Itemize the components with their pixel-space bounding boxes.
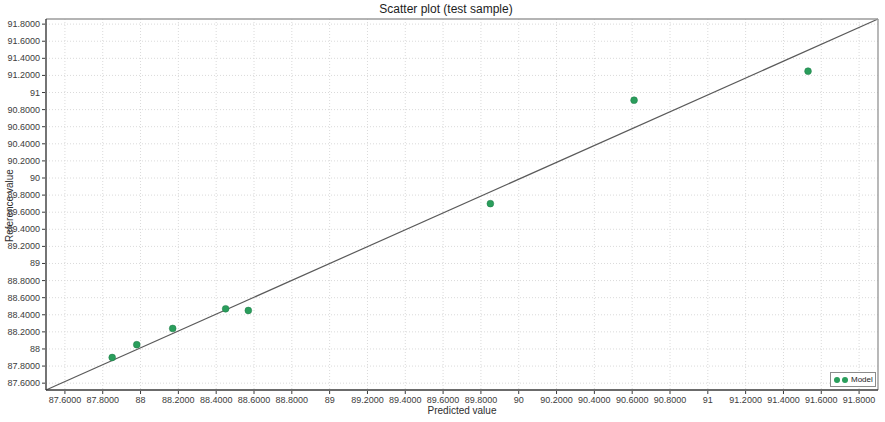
svg-text:87.6000: 87.6000: [7, 378, 40, 388]
svg-text:89.4000: 89.4000: [389, 395, 422, 405]
svg-text:91.8000: 91.8000: [7, 19, 40, 29]
svg-text:90.6000: 90.6000: [616, 395, 649, 405]
svg-text:91.8000: 91.8000: [843, 395, 876, 405]
svg-text:90: 90: [30, 173, 40, 183]
svg-text:91.2000: 91.2000: [729, 395, 762, 405]
svg-text:91.4000: 91.4000: [7, 53, 40, 63]
svg-text:90.6000: 90.6000: [7, 122, 40, 132]
svg-text:88.2000: 88.2000: [7, 327, 40, 337]
svg-text:87.8000: 87.8000: [86, 395, 119, 405]
legend-label: Model: [851, 375, 873, 384]
x-axis-label: Predicted value: [46, 405, 878, 416]
svg-text:88.4000: 88.4000: [200, 395, 233, 405]
svg-text:90.2000: 90.2000: [540, 395, 573, 405]
svg-text:88: 88: [30, 344, 40, 354]
svg-text:89.8000: 89.8000: [465, 395, 498, 405]
svg-text:91: 91: [703, 395, 713, 405]
svg-text:90.4000: 90.4000: [578, 395, 611, 405]
svg-text:89.4000: 89.4000: [7, 224, 40, 234]
svg-text:87.6000: 87.6000: [49, 395, 82, 405]
svg-text:89.2000: 89.2000: [7, 241, 40, 251]
svg-text:90: 90: [514, 395, 524, 405]
svg-text:89.2000: 89.2000: [351, 395, 384, 405]
legend-marker-icon: [834, 377, 840, 383]
svg-text:88.4000: 88.4000: [7, 310, 40, 320]
svg-text:89.8000: 89.8000: [7, 190, 40, 200]
svg-text:89.6000: 89.6000: [427, 395, 460, 405]
svg-text:88.8000: 88.8000: [276, 395, 309, 405]
svg-text:91.6000: 91.6000: [7, 36, 40, 46]
svg-text:88.6000: 88.6000: [238, 395, 271, 405]
svg-text:88.6000: 88.6000: [7, 293, 40, 303]
svg-text:91.6000: 91.6000: [805, 395, 838, 405]
svg-text:91.4000: 91.4000: [767, 395, 800, 405]
svg-text:90.2000: 90.2000: [7, 156, 40, 166]
svg-text:88: 88: [136, 395, 146, 405]
svg-text:90.4000: 90.4000: [7, 139, 40, 149]
svg-text:90.8000: 90.8000: [7, 105, 40, 115]
svg-text:89.6000: 89.6000: [7, 207, 40, 217]
svg-text:88.2000: 88.2000: [162, 395, 195, 405]
legend-marker-icon: [842, 377, 848, 383]
legend: Model: [830, 372, 876, 387]
svg-text:87.8000: 87.8000: [7, 361, 40, 371]
svg-text:89: 89: [325, 395, 335, 405]
svg-text:91: 91: [30, 88, 40, 98]
svg-text:89: 89: [30, 258, 40, 268]
svg-text:90.8000: 90.8000: [654, 395, 687, 405]
scatter-plot-panel: Scatter plot (test sample) Reference val…: [0, 0, 885, 422]
svg-text:88.8000: 88.8000: [7, 276, 40, 286]
plot-area: 87.600087.80008888.200088.400088.600088.…: [0, 0, 885, 422]
svg-text:91.2000: 91.2000: [7, 70, 40, 80]
